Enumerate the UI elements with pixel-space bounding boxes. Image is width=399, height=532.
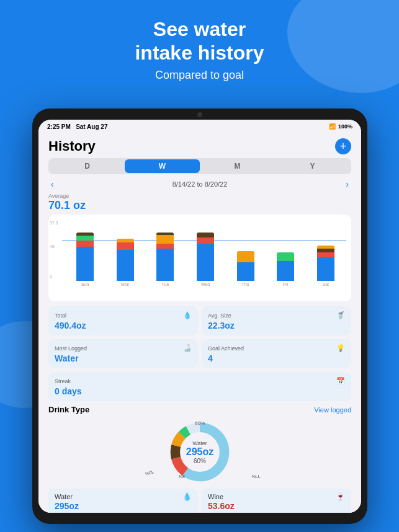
drink-wine-name: Wine — [208, 493, 223, 500]
bar-stack — [277, 252, 294, 281]
stat-most-label: Most Logged — [55, 345, 87, 352]
drink-water-value: 295oz — [55, 501, 192, 511]
stat-streak: Streak 📅 0 days — [48, 372, 351, 401]
stat-goal-label: Goal Achieved — [208, 345, 244, 352]
drink-water-name: Water — [55, 493, 73, 500]
drink-wine-icon: 🍷 — [336, 492, 345, 501]
bar-day-label: Mon — [121, 282, 130, 286]
tab-day[interactable]: D — [50, 159, 125, 173]
bar-stack — [117, 239, 134, 281]
tablet-screen: 2:25 PM Sat Aug 27 📶 100% History + D W … — [38, 120, 361, 513]
donut-center: Water 295oz 60% — [186, 440, 213, 464]
avg-size-icon: 🥤 — [336, 311, 345, 319]
header-subtitle: Compared to goal — [0, 69, 399, 82]
wifi-icon: 📶 — [329, 123, 336, 130]
bar-day-label: Tue — [162, 282, 169, 286]
bar-segment — [76, 241, 94, 247]
drink-wine-value: 53.6oz — [208, 501, 345, 511]
bar-segment — [237, 251, 254, 262]
next-week-button[interactable]: › — [346, 179, 349, 189]
drink-item-wine: Wine 🍷 53.6oz — [202, 489, 351, 513]
bar-segment — [76, 236, 94, 241]
bar-stack — [156, 233, 174, 281]
bar-chart: 97.9 48 0 SunMonTueWedThuFriSat — [48, 215, 351, 301]
donut-label-brown: %8 — [179, 474, 185, 479]
streak-icon: 📅 — [336, 377, 345, 385]
stat-total-label: Total — [55, 313, 66, 319]
status-right: 📶 100% — [329, 123, 352, 130]
stats-grid: Total 💧 490.4oz Avg. Size 🥤 22.3oz Most … — [48, 306, 351, 401]
bar-group-fri: Fri — [267, 252, 304, 286]
most-logged-icon: 🍶 — [183, 344, 192, 352]
bar-segment — [277, 252, 294, 261]
drink-type-title: Drink Type — [48, 405, 89, 414]
stat-most-logged: Most Logged 🍶 Water — [48, 339, 198, 368]
donut-label-orange: %LL — [252, 474, 261, 479]
stat-total: Total 💧 490.4oz — [48, 306, 198, 335]
average-value: 70.1 oz — [48, 199, 351, 212]
bar-group-sat: Sat — [307, 246, 344, 286]
add-button[interactable]: + — [335, 138, 351, 154]
bar-day-label: Fri — [283, 282, 288, 286]
bar-segment — [76, 247, 94, 281]
drink-list: Water 💧 295oz Wine 🍷 53.6oz — [48, 489, 351, 513]
tablet-frame: 2:25 PM Sat Aug 27 📶 100% History + D W … — [32, 109, 367, 524]
history-header: History + — [48, 133, 351, 158]
header-title: See water intake history — [0, 17, 399, 65]
bar-group-sun: Sun — [67, 233, 104, 286]
bar-segment — [156, 235, 174, 244]
view-logged-link[interactable]: View logged — [314, 406, 351, 414]
tablet-camera — [197, 112, 202, 117]
bar-segment — [197, 233, 214, 237]
stat-total-value: 490.4oz — [55, 321, 192, 330]
stat-avg-size: Avg. Size 🥤 22.3oz — [202, 306, 351, 335]
y-label-top: 97.9 — [50, 221, 58, 225]
bar-group-thu: Thu — [227, 251, 264, 286]
status-day: Sat Aug 27 — [76, 123, 107, 130]
stat-streak-value: 0 days — [55, 386, 345, 396]
status-time-day: 2:25 PM Sat Aug 27 — [47, 123, 107, 130]
stat-streak-label: Streak — [55, 378, 71, 384]
header-section: See water intake history Compared to goa… — [0, 17, 399, 82]
bar-segment — [117, 242, 134, 250]
bar-day-label: Sat — [323, 282, 330, 286]
donut-center-value: 295oz — [186, 446, 213, 458]
tab-month[interactable]: M — [200, 159, 275, 173]
drink-item-water: Water 💧 295oz — [48, 489, 198, 513]
week-range: 8/14/22 to 8/20/22 — [173, 180, 228, 188]
bars-area: SunMonTueWedThuFriSat — [65, 218, 346, 286]
bar-stack — [237, 251, 254, 281]
donut-pct-label: 60% — [195, 420, 205, 426]
bar-day-label: Wed — [201, 282, 210, 286]
donut-label-wine: %0L — [145, 469, 154, 476]
screen-content: History + D W M Y ‹ 8/14/22 to 8/20/22 ›… — [38, 133, 361, 513]
bar-segment — [197, 237, 214, 244]
bar-segment — [317, 252, 334, 257]
bar-group-tue: Tue — [147, 233, 184, 286]
bar-stack — [76, 233, 94, 281]
bar-segment — [317, 257, 334, 281]
battery-indicator: 100% — [338, 123, 352, 130]
status-time: 2:25 PM — [47, 123, 71, 130]
goal-icon: 💡 — [336, 344, 345, 352]
average-section: Average 70.1 oz — [48, 193, 351, 212]
stat-goal-value: 4 — [208, 353, 345, 363]
stat-most-value: Water — [55, 353, 192, 363]
y-label-mid: 48 — [50, 244, 55, 249]
y-label-bot: 0 — [50, 274, 52, 278]
bar-segment — [277, 261, 294, 281]
total-icon: 💧 — [183, 311, 192, 319]
drink-water-icon: 💧 — [182, 492, 192, 501]
tab-week[interactable]: W — [125, 159, 200, 173]
bar-group-mon: Mon — [107, 239, 144, 286]
stat-avg-label: Avg. Size — [208, 313, 231, 319]
page-title: History — [48, 138, 96, 154]
bar-stack — [197, 233, 214, 281]
bar-day-label: Sun — [81, 282, 89, 286]
bar-day-label: Thu — [242, 282, 249, 286]
week-navigation: ‹ 8/14/22 to 8/20/22 › — [48, 178, 351, 190]
status-bar: 2:25 PM Sat Aug 27 📶 100% — [38, 120, 361, 133]
tab-year[interactable]: Y — [275, 159, 350, 173]
prev-week-button[interactable]: ‹ — [51, 179, 54, 189]
stat-avg-value: 22.3oz — [208, 321, 345, 330]
